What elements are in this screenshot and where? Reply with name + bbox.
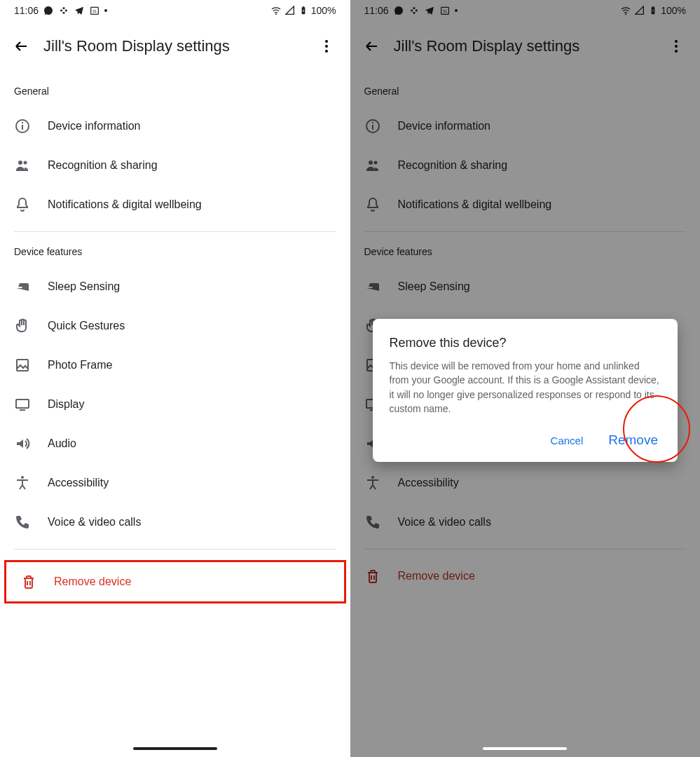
slack-icon bbox=[58, 5, 69, 16]
page-title: Jill's Room Display settings bbox=[394, 37, 666, 55]
row-voice-video-calls[interactable]: Voice & video calls bbox=[350, 503, 701, 542]
app-header: Jill's Room Display settings bbox=[0, 21, 350, 79]
nav-handle[interactable] bbox=[483, 747, 567, 750]
row-accessibility[interactable]: Accessibility bbox=[350, 463, 701, 503]
battery-percent: 100% bbox=[311, 5, 336, 16]
wifi-icon bbox=[270, 5, 282, 16]
row-sleep-sensing[interactable]: Sleep Sensing bbox=[350, 267, 701, 306]
row-notifications-wellbeing[interactable]: Notifications & digital wellbeing bbox=[0, 185, 350, 224]
dialog-title: Remove this device? bbox=[390, 336, 661, 350]
row-photo-frame[interactable]: Photo Frame bbox=[0, 346, 350, 385]
section-header-features: Device features bbox=[0, 239, 350, 267]
image-icon bbox=[14, 357, 31, 374]
bed-icon bbox=[14, 278, 31, 295]
row-label: Notifications & digital wellbeing bbox=[398, 198, 552, 211]
row-notifications-wellbeing[interactable]: Notifications & digital wellbeing bbox=[350, 185, 701, 224]
row-label: Sleep Sensing bbox=[48, 280, 120, 293]
row-sleep-sensing[interactable]: Sleep Sensing bbox=[0, 267, 350, 306]
accessibility-icon bbox=[364, 475, 381, 491]
row-label: Sleep Sensing bbox=[398, 280, 470, 293]
status-time: 11:06 bbox=[14, 5, 39, 16]
battery-icon bbox=[648, 5, 658, 16]
messenger-icon bbox=[393, 5, 404, 16]
status-bar: 11:06 100% bbox=[350, 0, 701, 21]
back-button[interactable] bbox=[13, 38, 29, 55]
section-header-general: General bbox=[350, 79, 701, 107]
row-label: Voice & video calls bbox=[398, 516, 491, 528]
hand-icon bbox=[14, 318, 31, 334]
battery-percent: 100% bbox=[661, 5, 686, 16]
display-icon bbox=[14, 396, 31, 413]
row-remove-device[interactable]: Remove device bbox=[350, 557, 701, 596]
signal-icon bbox=[284, 5, 296, 16]
phone-icon bbox=[14, 514, 31, 531]
audio-icon bbox=[14, 435, 31, 452]
more-menu-button[interactable] bbox=[315, 35, 338, 57]
row-label: Device information bbox=[48, 120, 141, 132]
row-quick-gestures[interactable]: Quick Gestures bbox=[0, 306, 350, 346]
calendar-icon bbox=[439, 5, 451, 16]
row-label: Display bbox=[48, 398, 84, 411]
row-label: Quick Gestures bbox=[48, 320, 125, 332]
row-label: Recognition & sharing bbox=[398, 159, 508, 172]
row-recognition-sharing[interactable]: Recognition & sharing bbox=[0, 146, 350, 185]
trash-icon bbox=[20, 573, 37, 590]
divider bbox=[364, 231, 687, 232]
row-device-information[interactable]: Device information bbox=[0, 107, 350, 146]
bell-icon bbox=[364, 196, 381, 213]
status-bar: 11:06 100% bbox=[0, 0, 350, 21]
nav-handle[interactable] bbox=[133, 747, 217, 750]
telegram-icon bbox=[424, 5, 435, 16]
row-label: Photo Frame bbox=[48, 359, 112, 371]
row-voice-video-calls[interactable]: Voice & video calls bbox=[0, 503, 350, 542]
dialog-actions: Cancel Remove bbox=[390, 427, 661, 453]
slack-icon bbox=[409, 5, 420, 16]
more-notifications-dot bbox=[104, 9, 107, 12]
row-label: Accessibility bbox=[48, 477, 109, 489]
calendar-icon bbox=[89, 5, 100, 16]
remove-button[interactable]: Remove bbox=[605, 427, 661, 453]
remove-device-dialog: Remove this device? This device will be … bbox=[373, 319, 678, 462]
bell-icon bbox=[14, 196, 31, 213]
divider bbox=[364, 549, 687, 550]
back-button[interactable] bbox=[363, 38, 380, 55]
battery-icon bbox=[298, 5, 308, 16]
row-recognition-sharing[interactable]: Recognition & sharing bbox=[350, 146, 701, 185]
more-menu-button[interactable] bbox=[665, 35, 687, 57]
section-header-general: General bbox=[0, 79, 350, 107]
row-label: Remove device bbox=[54, 575, 131, 588]
divider bbox=[14, 549, 336, 550]
row-device-information[interactable]: Device information bbox=[350, 107, 701, 146]
trash-icon bbox=[364, 568, 381, 585]
row-remove-device[interactable]: Remove device bbox=[4, 560, 346, 603]
bed-icon bbox=[364, 278, 381, 295]
wifi-icon bbox=[620, 5, 631, 16]
row-display[interactable]: Display bbox=[0, 385, 350, 424]
status-time: 11:06 bbox=[364, 5, 389, 16]
accessibility-icon bbox=[14, 475, 31, 491]
row-label: Audio bbox=[48, 437, 76, 450]
row-label: Remove device bbox=[398, 570, 475, 582]
page-title: Jill's Room Display settings bbox=[43, 37, 315, 55]
row-label: Recognition & sharing bbox=[48, 159, 158, 172]
people-icon bbox=[364, 157, 381, 174]
row-label: Notifications & digital wellbeing bbox=[48, 198, 202, 211]
app-header: Jill's Room Display settings bbox=[350, 21, 701, 79]
people-icon bbox=[14, 157, 31, 174]
row-label: Accessibility bbox=[398, 477, 459, 489]
signal-icon bbox=[634, 5, 645, 16]
phone-icon bbox=[364, 514, 381, 531]
row-accessibility[interactable]: Accessibility bbox=[0, 463, 350, 503]
telegram-icon bbox=[74, 5, 85, 16]
info-icon bbox=[14, 118, 31, 135]
dialog-body: This device will be removed from your ho… bbox=[390, 359, 661, 416]
info-icon bbox=[364, 118, 381, 135]
cancel-button[interactable]: Cancel bbox=[548, 429, 586, 452]
divider bbox=[14, 231, 336, 232]
phone-screenshot-left: 11:06 100% Jill's Room Display settings … bbox=[0, 0, 350, 757]
phone-screenshot-right: 11:06 100% Jill's Room Display settings … bbox=[350, 0, 701, 757]
section-header-features: Device features bbox=[350, 239, 701, 267]
messenger-icon bbox=[43, 5, 54, 16]
row-audio[interactable]: Audio bbox=[0, 424, 350, 463]
row-label: Device information bbox=[398, 120, 491, 132]
